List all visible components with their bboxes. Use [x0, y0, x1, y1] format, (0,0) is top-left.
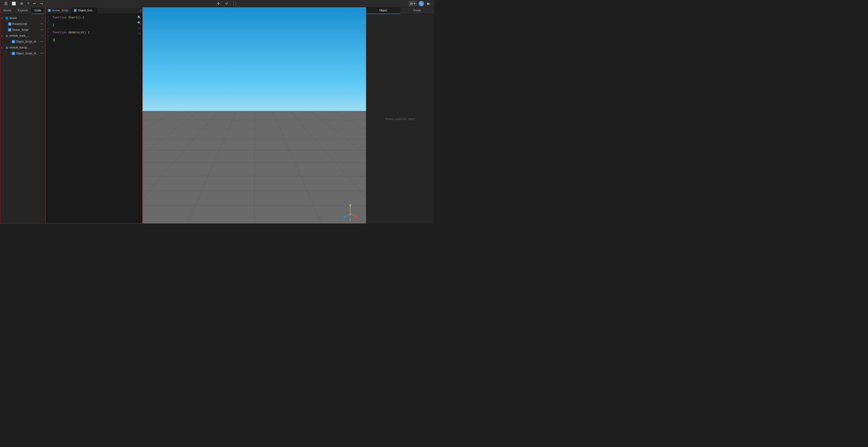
window-button[interactable]: ⬜ [10, 1, 18, 6]
ground-grid-svg [143, 111, 366, 224]
zoom-out-button[interactable]: 🔍 [137, 21, 141, 25]
add-vehicle-transp-button[interactable]: + [41, 46, 44, 50]
sky-background [143, 7, 366, 116]
code-line-5: 5 function Update(dt) { [45, 31, 143, 34]
redo-button[interactable]: ↪ [39, 1, 44, 6]
settings-code-button[interactable]: ⚙ [138, 32, 141, 35]
tree-actions-vehicle-truck: + [41, 34, 44, 38]
object-icon-vehicle-transp: ⊞ [5, 46, 9, 49]
right-panel: Object Scene Please select an object [366, 7, 434, 224]
play-button[interactable]: ▶ [426, 1, 431, 6]
code-editor-area[interactable]: 1 function Start() { 2 3 } 4 5 function … [45, 14, 143, 224]
tree-item-presetscript[interactable]: S PresetScript ••• [0, 21, 45, 27]
layout-toggle-button[interactable]: ▤ ▾ [408, 1, 417, 6]
tab-object[interactable]: Object [366, 7, 400, 14]
svg-point-27 [349, 218, 351, 220]
tree-actions-object-script-truck: ••• [40, 40, 44, 44]
menu-button[interactable]: ☰ [3, 0, 9, 7]
object-script-tab-icon: S [74, 9, 76, 12]
move-tool-button[interactable]: ✛ [215, 0, 221, 7]
viewport-canvas: Y X Z [143, 7, 366, 224]
axis-gizmo-svg: Y X Z [343, 203, 357, 221]
undo-button[interactable]: ↩ [32, 1, 37, 6]
right-panel-content: Please select an object [366, 14, 434, 224]
zoom-in-button[interactable]: 🔍 [137, 16, 141, 19]
tab-code[interactable]: Code [31, 7, 44, 14]
topbar-right: ▤ ▾ U ▶ [408, 1, 431, 6]
code-line-6: 6 [45, 34, 143, 38]
fullscreen-button[interactable]: ⛶ [231, 1, 238, 6]
svg-line-10 [143, 111, 219, 224]
topbar: ☰ ⬜ ⊞ ? ↩ ↪ ✛ ↺ ⛶ ▤ ▾ U ▶ [0, 0, 434, 7]
tab-object-script[interactable]: S Object_Scri... [71, 7, 97, 13]
code-tab-bar: S Scene_Script S Object_Scri... ✕ [45, 7, 143, 14]
tab-scene[interactable]: Scene [400, 7, 434, 14]
tree-actions-vehicle-transp: + [41, 46, 44, 50]
svg-line-13 [272, 111, 321, 224]
svg-line-21 [345, 214, 350, 217]
svg-line-19 [350, 214, 356, 217]
svg-line-11 [143, 111, 198, 224]
tree-item-scene-script[interactable]: S Scene_Script ••• [0, 27, 45, 33]
expand-arrow-vehicle-truck: ▾ [1, 35, 4, 37]
more-object-script-airplane-button[interactable]: ••• [40, 51, 44, 56]
tree-label-presetscript: PresetScript [12, 23, 39, 26]
axis-gizmo: Y X Z [343, 203, 357, 217]
tab-assets[interactable]: Assets [0, 7, 15, 14]
svg-text:Z: Z [344, 218, 345, 220]
object-icon-vehicle-truck: ⊞ [5, 34, 9, 38]
more-scene-script-button[interactable]: ••• [40, 28, 44, 32]
script-icon-object-truck: S [12, 40, 15, 43]
tree-label-object-script-truck: Object_Script_of_truck [16, 40, 39, 43]
tab-explorer[interactable]: Explorer [15, 7, 31, 14]
scene-script-tab-icon: S [48, 9, 51, 12]
no-selection-text: Please select an object [385, 117, 415, 121]
add-vehicle-truck-button[interactable]: + [41, 34, 44, 38]
tree-label-world: World [9, 17, 40, 20]
grid-layout-button[interactable]: ⊞ [19, 1, 25, 6]
refresh-button[interactable]: ↺ [224, 1, 229, 6]
user-avatar: U [418, 1, 424, 6]
expand-arrow-vehicle-transp: ▸ [1, 47, 4, 49]
script-icon-object-airplane: S [12, 52, 15, 55]
svg-text:X: X [356, 218, 357, 220]
tree-item-object-script-airplane[interactable]: S Object_Script_of_AirPlane ••• [0, 51, 45, 56]
format-button[interactable]: ≡ [138, 26, 140, 30]
tree-item-object-script-truck[interactable]: S Object_Script_of_truck ••• [0, 39, 45, 44]
tree-area: ▾ 🌐 World + S PresetScript ••• S [0, 14, 45, 224]
code-editor-panel: S Scene_Script S Object_Scri... ✕ 1 func… [45, 7, 143, 224]
svg-point-26 [344, 216, 345, 218]
svg-point-25 [356, 216, 357, 218]
script-icon-presetscript: S [8, 23, 11, 26]
tree-label-scene-script: Scene_Script [12, 28, 39, 31]
more-object-script-truck-button[interactable]: ••• [40, 40, 44, 44]
left-tab-bar: Assets Explorer Code [0, 7, 45, 14]
tree-item-world[interactable]: ▾ 🌐 World + [0, 15, 45, 21]
main-area: Assets Explorer Code ▾ 🌐 World + [0, 7, 434, 224]
add-world-button[interactable]: + [41, 16, 44, 20]
help-button[interactable]: ? [26, 1, 30, 6]
tree-actions-world: + [41, 16, 44, 20]
right-tab-bar: Object Scene [366, 7, 434, 14]
tree-label-object-script-airplane: Object_Script_of_AirPlane [16, 52, 39, 55]
more-presetscript-button[interactable]: ••• [40, 22, 44, 26]
code-line-1: 1 function Start() { [45, 16, 143, 20]
tree-label-vehicle-truck: vehicle_truck_... [9, 34, 40, 37]
close-tab-button[interactable]: ✕ [139, 9, 143, 12]
code-line-2: 2 [45, 20, 143, 23]
topbar-center: ✛ ↺ ⛶ [215, 0, 238, 7]
script-icon-scene-script: S [8, 28, 11, 31]
svg-line-12 [143, 111, 176, 224]
viewport[interactable]: Y X Z [143, 7, 366, 224]
code-line-7: 7 } [45, 38, 143, 42]
expand-arrow-world: ▾ [1, 17, 4, 20]
svg-line-9 [187, 111, 236, 224]
left-panel: Assets Explorer Code ▾ 🌐 World + [0, 7, 45, 224]
tree-item-vehicle-truck[interactable]: ▾ ⊞ vehicle_truck_... + [0, 33, 45, 39]
tree-label-vehicle-transp: vehicle_transp... [9, 46, 40, 49]
tree-actions-presetscript: ••• [40, 22, 44, 26]
tree-item-vehicle-transp[interactable]: ▸ ⊞ vehicle_transp... + [0, 44, 45, 51]
svg-line-15 [310, 111, 366, 224]
object-script-tab-label: Object_Scri... [78, 9, 94, 12]
tab-scene-script[interactable]: S Scene_Script [45, 7, 71, 13]
